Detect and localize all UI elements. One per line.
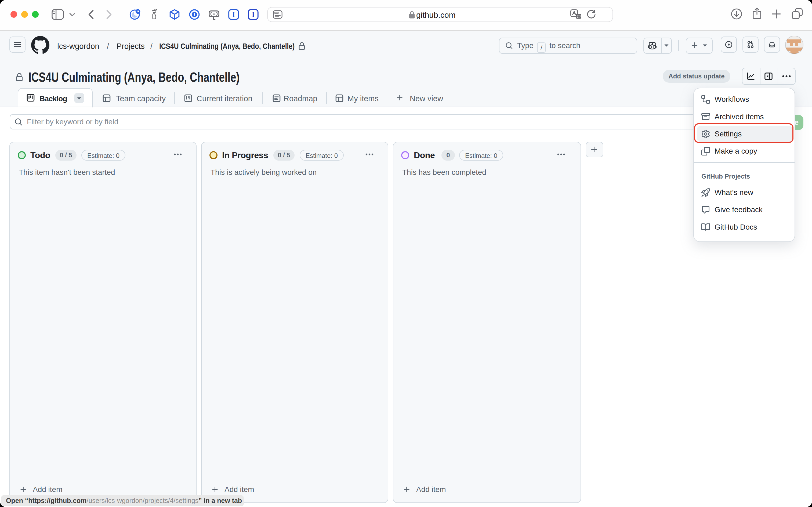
svg-text:I: I	[232, 10, 235, 18]
svg-text:I: I	[252, 10, 255, 18]
